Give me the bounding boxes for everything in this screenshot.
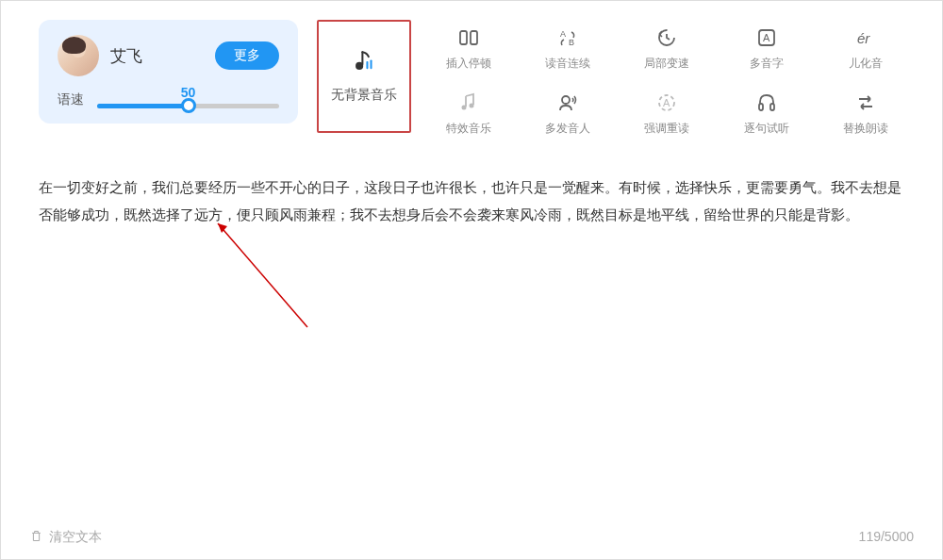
tool-emphasis[interactable]: A 强调重读 xyxy=(629,91,705,137)
svg-point-12 xyxy=(469,104,473,108)
svg-rect-2 xyxy=(371,59,372,69)
speed-slider[interactable]: 50 xyxy=(97,92,279,108)
pause-icon xyxy=(456,25,481,50)
text-editor[interactable]: 在一切变好之前，我们总要经历一些不开心的日子，这段日子也许很长，也许只是一觉醒来… xyxy=(1,146,942,256)
svg-point-11 xyxy=(461,106,466,110)
speed-icon xyxy=(654,25,679,50)
svg-rect-16 xyxy=(759,104,763,110)
polyphone-icon: A xyxy=(754,25,779,50)
svg-rect-17 xyxy=(770,104,774,110)
tool-sentence-preview[interactable]: 逐句试听 xyxy=(728,91,804,137)
svg-text:A: A xyxy=(763,32,770,43)
emphasis-icon: A xyxy=(654,91,679,115)
headphone-icon xyxy=(754,91,779,115)
svg-text:ér: ér xyxy=(857,30,870,46)
voice-avatar[interactable] xyxy=(58,35,99,76)
multi-voice-icon xyxy=(555,91,580,115)
svg-rect-1 xyxy=(366,61,368,69)
voice-settings-panel: 艾飞 更多 语速 50 xyxy=(39,20,298,124)
trash-icon xyxy=(29,529,43,546)
tool-local-speed[interactable]: 局部变速 xyxy=(629,25,705,72)
char-counter: 119/5000 xyxy=(859,529,914,546)
clear-label: 清空文本 xyxy=(49,529,102,546)
speed-label: 语速 xyxy=(58,91,84,108)
clear-text-button[interactable]: 清空文本 xyxy=(29,529,102,546)
tool-polyphone[interactable]: A 多音字 xyxy=(728,25,804,72)
tool-erhua[interactable]: ér 儿化音 xyxy=(828,25,904,72)
replace-icon xyxy=(853,91,878,115)
tools-grid: 插入停顿 AB 读音连续 局部变速 A 多音字 ér 儿化音 xyxy=(430,20,904,137)
voice-name: 艾飞 xyxy=(110,45,204,67)
more-button[interactable]: 更多 xyxy=(215,41,279,70)
annotation-arrow xyxy=(208,214,322,337)
svg-rect-4 xyxy=(471,31,477,44)
text-content: 在一切变好之前，我们总要经历一些不开心的日子，这段日子也许很长，也许只是一觉醒来… xyxy=(39,179,902,222)
tool-multi-voice[interactable]: 多发音人 xyxy=(529,91,605,137)
continuous-icon: AB xyxy=(555,25,580,50)
svg-text:A: A xyxy=(560,29,566,39)
tool-replace-reading[interactable]: 替换朗读 xyxy=(828,91,904,137)
effect-music-icon xyxy=(456,91,481,115)
bg-music-label: 无背景音乐 xyxy=(331,87,397,104)
tool-insert-pause[interactable]: 插入停顿 xyxy=(430,25,506,72)
tool-effect-music[interactable]: 特效音乐 xyxy=(430,91,506,137)
svg-text:A: A xyxy=(663,97,670,108)
svg-marker-19 xyxy=(218,223,227,233)
tool-continuous-reading[interactable]: AB 读音连续 xyxy=(529,25,605,72)
erhua-icon: ér xyxy=(853,25,878,50)
svg-point-0 xyxy=(356,62,363,70)
svg-text:B: B xyxy=(569,38,574,47)
music-note-icon xyxy=(352,49,376,74)
svg-line-18 xyxy=(218,223,307,327)
svg-rect-3 xyxy=(460,31,467,44)
svg-point-13 xyxy=(562,96,570,104)
bg-music-button[interactable]: 无背景音乐 xyxy=(317,20,411,133)
